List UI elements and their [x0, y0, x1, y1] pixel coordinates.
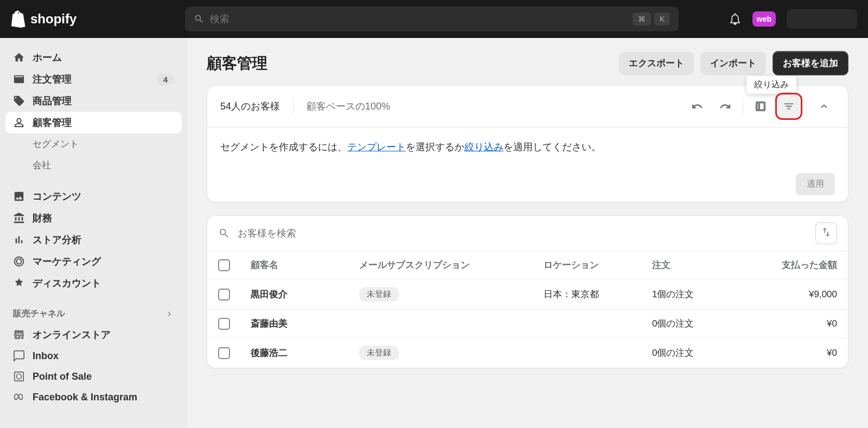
brand-logo[interactable]: shopify	[11, 10, 76, 28]
export-button[interactable]: エクスポート	[619, 52, 694, 75]
notifications-icon[interactable]	[729, 12, 742, 25]
chevron-up-icon	[818, 100, 830, 112]
col-header-location: ロケーション	[544, 259, 652, 271]
nav-customers[interactable]: 顧客管理	[5, 112, 182, 133]
nav-content[interactable]: コンテンツ	[5, 186, 182, 207]
nav-fb-ig[interactable]: Facebook & Instagram	[5, 387, 182, 407]
search-shortcut: ⌘ K	[633, 12, 670, 25]
header-actions: エクスポート インポート お客様を追加 絞り込み	[619, 51, 848, 75]
topbar-right: web	[729, 9, 857, 29]
user-menu[interactable]	[787, 9, 857, 29]
top-bar: shopify ⌘ K web	[0, 0, 868, 38]
template-link[interactable]: テンプレート	[347, 142, 406, 152]
avatar[interactable]: web	[752, 11, 776, 27]
table-row[interactable]: 後藤浩二 未登録 0個の注文 ¥0	[207, 337, 848, 368]
col-header-amount: 支払った金額	[761, 259, 837, 271]
key-cmd: ⌘	[633, 12, 651, 25]
customer-name: 斎藤由美	[251, 317, 359, 330]
nav-companies[interactable]: 会社	[5, 155, 182, 176]
page-title: 顧客管理	[207, 53, 267, 74]
discounts-icon	[13, 277, 25, 289]
customer-location: 日本：東京都	[544, 288, 652, 301]
segment-help: セグメントを作成するには、テンプレートを選択するか絞り込みを適用してください。	[207, 127, 848, 167]
customer-orders: 1個の注文	[652, 288, 761, 301]
orders-badge: 4	[157, 74, 174, 85]
nav-analytics[interactable]: ストア分析	[5, 229, 182, 251]
segment-footer: 適用	[207, 167, 848, 202]
filter-link[interactable]: 絞り込み	[464, 142, 503, 152]
add-customer-button[interactable]: お客様を追加	[773, 51, 848, 75]
select-all-checkbox[interactable]	[218, 259, 230, 271]
table-search-row	[207, 216, 848, 251]
sort-button[interactable]	[815, 222, 837, 244]
customers-table: 顧客名 メールサブスクリプション ロケーション 注文 支払った金額 黒田俊介 未…	[207, 251, 848, 368]
collapse-button[interactable]	[813, 95, 835, 117]
table-row[interactable]: 黒田俊介 未登録 日本：東京都 1個の注文 ¥9,000	[207, 279, 848, 309]
customer-percent: 顧客ベースの100%	[307, 100, 390, 113]
row-checkbox[interactable]	[218, 289, 230, 301]
meta-icon	[13, 391, 25, 403]
apply-button[interactable]: 適用	[796, 173, 835, 195]
finance-icon	[13, 212, 25, 224]
search-icon	[218, 227, 230, 239]
sort-icon	[820, 226, 832, 238]
col-header-name: 顧客名	[251, 259, 359, 271]
customers-table-card: 顧客名 メールサブスクリプション ロケーション 注文 支払った金額 黒田俊介 未…	[207, 215, 848, 368]
nav-label: 顧客管理	[33, 116, 72, 129]
nav-inbox[interactable]: Inbox	[5, 346, 182, 366]
global-search-input[interactable]	[210, 14, 633, 25]
nav-label: ディスカウント	[33, 277, 101, 290]
home-icon	[13, 52, 25, 63]
template-button[interactable]	[750, 95, 771, 117]
segment-toolbar	[686, 95, 835, 117]
customer-name: 黒田俊介	[251, 288, 359, 301]
nav-orders[interactable]: 注文管理4	[5, 68, 182, 90]
import-button[interactable]: インポート	[700, 52, 766, 75]
undo-icon	[691, 100, 703, 112]
col-header-subscription: メールサブスクリプション	[359, 259, 544, 271]
nav-discounts[interactable]: ディスカウント	[5, 272, 182, 294]
subscription-badge: 未登録	[359, 287, 399, 302]
nav-online-store[interactable]: オンラインストア	[5, 324, 182, 346]
nav-finance[interactable]: 財務	[5, 207, 182, 229]
nav-label: オンラインストア	[33, 328, 111, 341]
table-search-input[interactable]	[238, 228, 808, 239]
customer-orders: 0個の注文	[652, 347, 761, 359]
nav-label: Point of Sale	[33, 371, 92, 382]
content-icon	[13, 190, 25, 202]
nav-label: コンテンツ	[33, 190, 81, 203]
nav-label: 商品管理	[33, 94, 72, 107]
nav-home[interactable]: ホーム	[5, 47, 182, 68]
nav-label: Facebook & Instagram	[33, 392, 137, 403]
filter-button[interactable]	[778, 95, 800, 117]
nav-label: マーケティング	[33, 255, 101, 268]
shopify-bag-icon	[11, 10, 26, 28]
redo-icon	[719, 100, 731, 112]
brand-text: shopify	[30, 11, 76, 27]
row-checkbox[interactable]	[218, 347, 230, 359]
nav-label: 財務	[33, 212, 52, 225]
nav-products[interactable]: 商品管理	[5, 90, 182, 112]
help-text: を選択するか	[406, 142, 464, 152]
store-icon	[13, 329, 25, 341]
nav-pos[interactable]: Point of Sale	[5, 366, 182, 387]
channels-header[interactable]: 販売チャネル	[5, 304, 182, 324]
table-row[interactable]: 斎藤由美 0個の注文 ¥0	[207, 309, 848, 337]
nav-marketing[interactable]: マーケティング	[5, 251, 182, 272]
row-checkbox[interactable]	[218, 318, 230, 330]
filter-icon	[783, 100, 795, 112]
channels-label: 販売チャネル	[13, 308, 65, 320]
subscription-badge: 未登録	[359, 346, 399, 360]
global-search[interactable]: ⌘ K	[185, 7, 679, 31]
help-text: を適用してください。	[503, 142, 601, 152]
main-content: 顧客管理 エクスポート インポート お客様を追加 絞り込み 54人のお客様 顧客…	[187, 38, 868, 428]
customer-orders: 0個の注文	[652, 317, 761, 330]
key-k: K	[654, 12, 670, 25]
inbox-icon	[13, 350, 25, 362]
products-icon	[13, 95, 25, 107]
nav-segments[interactable]: セグメント	[5, 133, 182, 155]
template-icon	[755, 100, 767, 112]
undo-button[interactable]	[686, 95, 708, 117]
redo-button[interactable]	[714, 95, 736, 117]
analytics-icon	[13, 234, 25, 246]
